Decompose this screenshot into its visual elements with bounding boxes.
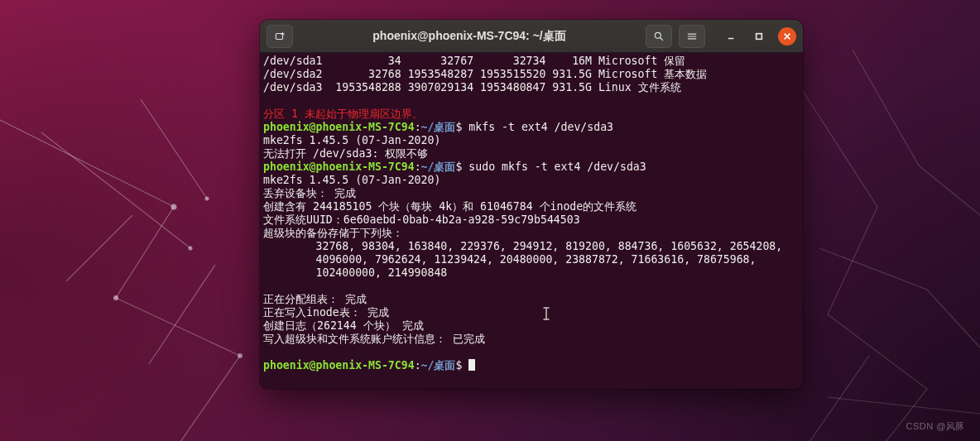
terminal-cursor	[468, 359, 475, 371]
warning-line: 分区 1 未起始于物理扇区边界。	[263, 108, 423, 120]
window-title: phoenix@phoenix-MS-7C94: ~/桌面	[293, 29, 646, 44]
prompt-path: ~/桌面	[421, 161, 456, 173]
output-line: 创建日志（262144 个块） 完成	[263, 319, 424, 332]
new-tab-button[interactable]	[267, 25, 293, 48]
output-line: 102400000, 214990848	[263, 266, 447, 279]
prompt-path: ~/桌面	[421, 359, 456, 371]
output-line: 32768, 98304, 163840, 229376, 294912, 81…	[263, 240, 782, 252]
command-input: sudo mkfs -t ext4 /dev/sda3	[468, 161, 646, 173]
output-line: 超级块的备份存储于下列块：	[263, 227, 403, 239]
menu-button[interactable]	[679, 25, 705, 48]
svg-rect-7	[757, 33, 762, 39]
maximize-icon	[755, 32, 763, 41]
prompt-userhost: phoenix@phoenix-MS-7C94	[263, 121, 415, 133]
output-line: mke2fs 1.45.5 (07-Jan-2020)	[263, 174, 440, 186]
output-line: 无法打开 /dev/sda3: 权限不够	[263, 147, 428, 160]
terminal-content[interactable]: /dev/sda1 34 32767 32734 16M Microsoft 保…	[260, 53, 803, 389]
output-line: 创建含有 244185105 个块（每块 4k）和 61046784 个inod…	[263, 200, 637, 213]
output-line: 写入超级块和文件系统账户统计信息： 已完成	[263, 333, 485, 345]
prompt-sep: :	[415, 161, 421, 173]
prompt-userhost: phoenix@phoenix-MS-7C94	[263, 161, 415, 173]
hamburger-icon	[686, 31, 698, 42]
prompt-sigil: $	[455, 359, 468, 371]
close-icon	[783, 32, 791, 41]
svg-point-2	[238, 353, 243, 358]
command-input: mkfs -t ext4 /dev/sda3	[468, 121, 613, 133]
new-tab-icon	[274, 31, 286, 42]
partition-row: /dev/sda1 34 32767 32734 16M Microsoft 保…	[263, 55, 685, 67]
maximize-button[interactable]	[750, 27, 768, 46]
prompt-path: ~/桌面	[421, 121, 456, 133]
prompt-sep: :	[415, 121, 421, 133]
search-icon	[653, 31, 665, 42]
svg-point-3	[189, 247, 193, 251]
output-line: mke2fs 1.45.5 (07-Jan-2020)	[263, 134, 440, 146]
svg-point-6	[655, 32, 661, 38]
svg-point-1	[113, 295, 118, 300]
search-button[interactable]	[646, 25, 672, 48]
output-line: 正在分配组表： 完成	[263, 293, 550, 305]
minimize-button[interactable]	[722, 27, 740, 46]
output-line: 文件系统UUID：6e60aebd-0bab-4b2a-a928-59c79b5…	[263, 213, 580, 226]
desktop-wallpaper: phoenix@phoenix-MS-7C94: ~/桌面	[0, 0, 980, 441]
close-button[interactable]	[778, 27, 796, 46]
svg-point-4	[205, 197, 209, 201]
partition-row: /dev/sda3 1953548288 3907029134 19534808…	[263, 81, 681, 93]
prompt-sep: :	[415, 359, 421, 371]
output-line: 4096000, 7962624, 11239424, 20480000, 23…	[263, 253, 756, 266]
prompt-sigil: $	[455, 161, 468, 173]
minimize-icon	[727, 32, 735, 41]
svg-point-0	[171, 204, 177, 210]
prompt-userhost: phoenix@phoenix-MS-7C94	[263, 359, 415, 371]
terminal-window: phoenix@phoenix-MS-7C94: ~/桌面	[260, 20, 803, 389]
prompt-sigil: $	[455, 121, 468, 133]
partition-row: /dev/sda2 32768 1953548287 1953515520 93…	[263, 68, 707, 80]
output-line: 丢弃设备块： 完成	[263, 187, 540, 199]
watermark: CSDN @风豚	[906, 420, 965, 433]
output-line: 正在写入inode表： 完成	[263, 306, 573, 319]
window-titlebar[interactable]: phoenix@phoenix-MS-7C94: ~/桌面	[260, 20, 803, 53]
